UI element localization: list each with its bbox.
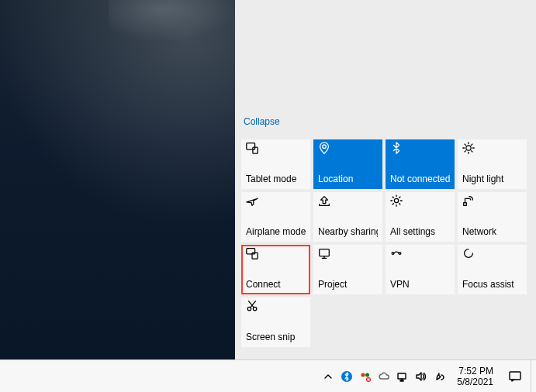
vpn-icon — [389, 246, 404, 260]
tile-label: VPN — [390, 279, 450, 290]
system-tray — [320, 360, 451, 392]
svg-rect-14 — [247, 249, 255, 254]
svg-line-8 — [465, 144, 465, 145]
onedrive-tray-icon[interactable] — [376, 361, 392, 392]
svg-point-3 — [466, 146, 471, 150]
svg-point-12 — [394, 198, 398, 202]
tile-label: Project — [318, 279, 378, 290]
action-center-panel: Collapse Tablet modeLocationNot connecte… — [235, 0, 536, 359]
tile-focus-assist[interactable]: Focus assist — [458, 245, 527, 294]
tile-label: Focus assist — [462, 279, 522, 290]
taskbar-time: 7:52 PM — [458, 366, 493, 377]
svg-point-26 — [361, 373, 365, 377]
share-icon — [316, 194, 332, 208]
svg-rect-29 — [398, 373, 406, 379]
quick-action-tiles: Tablet modeLocationNot connectedNight li… — [241, 139, 527, 347]
svg-point-27 — [365, 373, 369, 377]
svg-rect-33 — [510, 372, 520, 380]
tile-airplane-mode[interactable]: Airplane mode — [241, 192, 310, 242]
tablet-icon — [244, 141, 260, 155]
airplane-icon — [244, 194, 260, 208]
tile-vpn[interactable]: VPN — [386, 245, 455, 294]
tile-label: Location — [318, 174, 378, 184]
collapse-link[interactable]: Collapse — [244, 116, 280, 127]
tile-label: Airplane mode — [246, 226, 306, 237]
tile-label: All settings — [390, 226, 450, 237]
svg-marker-32 — [417, 373, 421, 380]
tile-nearby-sharing[interactable]: Nearby sharing — [313, 192, 382, 242]
volume-tray-icon[interactable] — [413, 361, 429, 392]
windows-security-tray-icon[interactable] — [358, 361, 373, 392]
input-indicator-tray-icon[interactable] — [432, 361, 448, 392]
show-desktop-button[interactable] — [531, 360, 536, 392]
tile-location[interactable]: Location — [313, 139, 382, 189]
svg-line-11 — [472, 144, 472, 145]
location-icon — [316, 141, 332, 155]
tile-label: Connect — [246, 279, 306, 290]
focus-assist-icon — [461, 246, 476, 260]
bluetooth-tray-icon[interactable] — [339, 361, 354, 392]
night-light-icon — [461, 141, 476, 155]
project-icon — [316, 246, 332, 260]
tile-label: Night light — [462, 174, 522, 184]
taskbar-date: 5/8/2021 — [457, 377, 493, 387]
tile-network[interactable]: Network — [458, 192, 527, 242]
snip-icon — [244, 299, 260, 313]
svg-rect-0 — [247, 143, 255, 150]
tile-tablet-mode[interactable]: Tablet mode — [241, 139, 310, 189]
network-icon — [461, 194, 476, 208]
tile-label: Tablet mode — [246, 174, 306, 184]
tile-project[interactable]: Project — [313, 245, 382, 294]
tile-label: Screen snip — [246, 332, 306, 342]
bluetooth-icon — [389, 141, 404, 155]
action-center-button[interactable] — [500, 360, 531, 392]
tile-label: Network — [462, 226, 522, 237]
tile-connect[interactable]: Connect — [241, 245, 310, 294]
tile-label: Not connected — [390, 174, 450, 184]
tile-all-settings[interactable]: All settings — [386, 192, 455, 242]
tile-bluetooth[interactable]: Not connected — [386, 139, 455, 189]
settings-icon — [389, 194, 404, 208]
network-tray-icon[interactable] — [395, 361, 410, 392]
connect-icon — [244, 246, 260, 260]
svg-point-2 — [323, 145, 327, 149]
svg-line-10 — [465, 151, 465, 152]
svg-rect-16 — [320, 249, 330, 256]
tile-screen-snip[interactable]: Screen snip — [241, 297, 310, 347]
tray-overflow-button[interactable] — [320, 361, 336, 392]
taskbar-clock[interactable]: 7:52 PM 5/8/2021 — [451, 360, 500, 392]
svg-line-9 — [472, 151, 472, 152]
taskbar: 7:52 PM 5/8/2021 — [0, 359, 536, 392]
tile-label: Nearby sharing — [318, 226, 378, 237]
tile-night-light[interactable]: Night light — [458, 139, 527, 189]
